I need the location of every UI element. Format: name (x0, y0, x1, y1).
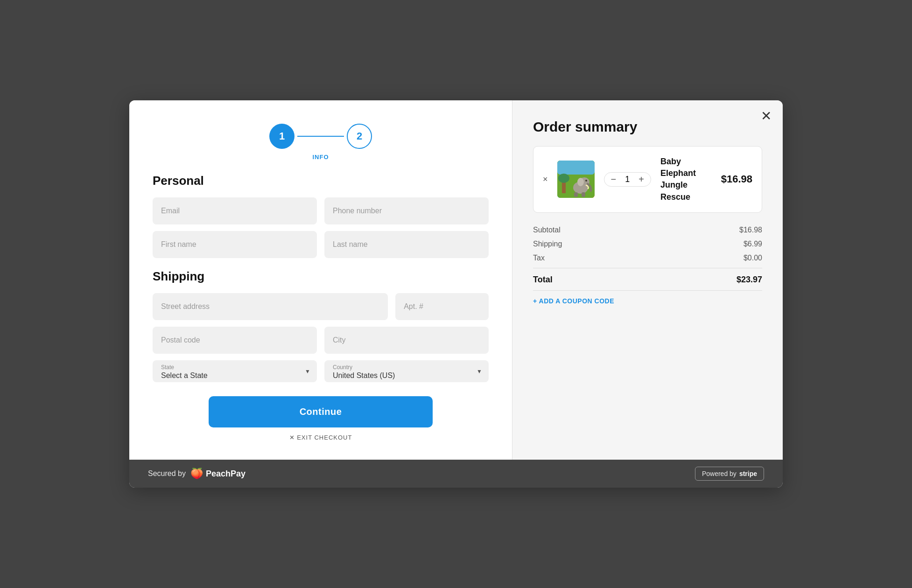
left-panel: 1 2 INFO Personal (129, 100, 512, 460)
shipping-value: $6.99 (744, 240, 762, 248)
checkout-modal: ✕ 1 2 INFO Personal (129, 100, 783, 488)
product-price: $16.98 (721, 173, 752, 185)
street-row (153, 293, 489, 320)
step-info-label: INFO (153, 154, 489, 161)
state-wrapper: State Select a State ▼ (153, 360, 317, 382)
exit-checkout-link[interactable]: ✕ EXIT CHECKOUT (153, 434, 489, 441)
continue-button[interactable]: Continue (209, 396, 433, 427)
tax-label: Tax (533, 254, 545, 262)
subtotal-value: $16.98 (739, 226, 762, 234)
modal-overlay: ✕ 1 2 INFO Personal (0, 0, 912, 588)
postal-city-row (153, 327, 489, 354)
product-image (557, 161, 595, 198)
coupon-code-link[interactable]: + ADD A COUPON CODE (533, 290, 762, 305)
footer: Secured by 🍑 PeachPay Powered by stripe (129, 460, 783, 488)
order-summary-title: Order summary (533, 119, 762, 135)
tax-line: Tax $0.00 (533, 254, 762, 262)
quantity-decrease-button[interactable]: − (611, 175, 617, 184)
step-1-circle: 1 (269, 124, 295, 149)
shipping-label: Shipping (533, 240, 562, 248)
step-2-circle: 2 (347, 124, 372, 149)
city-field[interactable] (324, 327, 489, 354)
state-select[interactable]: Select a State (153, 360, 317, 382)
phone-field[interactable] (324, 197, 489, 224)
shipping-section-title: Shipping (153, 269, 489, 284)
tax-value: $0.00 (744, 254, 762, 262)
product-card: × (533, 146, 762, 213)
close-button[interactable]: ✕ (761, 110, 772, 123)
email-phone-row (153, 197, 489, 224)
right-panel: Order summary × (512, 100, 783, 460)
firstname-field[interactable] (153, 231, 317, 258)
secured-by-text: Secured by 🍑 PeachPay (148, 468, 246, 480)
total-value: $23.97 (737, 275, 762, 285)
total-line: Total $23.97 (533, 268, 762, 285)
name-row (153, 231, 489, 258)
state-country-row: State Select a State ▼ Country United St… (153, 360, 489, 382)
country-wrapper: Country United States (US) ▼ (324, 360, 489, 382)
stripe-powered-label: Powered by (702, 470, 737, 477)
stepper: 1 2 (153, 119, 489, 149)
svg-rect-10 (557, 161, 595, 198)
product-name: Baby Elephant Jungle Rescue (660, 156, 712, 203)
modal-body: 1 2 INFO Personal (129, 100, 783, 460)
step-line (297, 136, 344, 137)
country-select[interactable]: United States (US) (324, 360, 489, 382)
total-label: Total (533, 275, 553, 285)
peachpay-icon: 🍑 (190, 468, 203, 480)
quantity-value: 1 (623, 175, 632, 184)
stripe-badge: Powered by stripe (695, 467, 764, 481)
remove-product-button[interactable]: × (543, 175, 548, 184)
peachpay-label: PeachPay (206, 469, 246, 479)
peachpay-logo: 🍑 PeachPay (190, 468, 246, 480)
subtotal-label: Subtotal (533, 226, 561, 234)
personal-section-title: Personal (153, 174, 489, 188)
quantity-control: − 1 + (604, 172, 651, 187)
quantity-increase-button[interactable]: + (638, 175, 644, 184)
apt-field[interactable] (395, 293, 489, 320)
secured-label: Secured by (148, 469, 186, 478)
shipping-line: Shipping $6.99 (533, 240, 762, 248)
email-field[interactable] (153, 197, 317, 224)
postal-field[interactable] (153, 327, 317, 354)
lastname-field[interactable] (324, 231, 489, 258)
subtotal-line: Subtotal $16.98 (533, 226, 762, 234)
stripe-brand-label: stripe (739, 470, 757, 477)
street-field[interactable] (153, 293, 388, 320)
